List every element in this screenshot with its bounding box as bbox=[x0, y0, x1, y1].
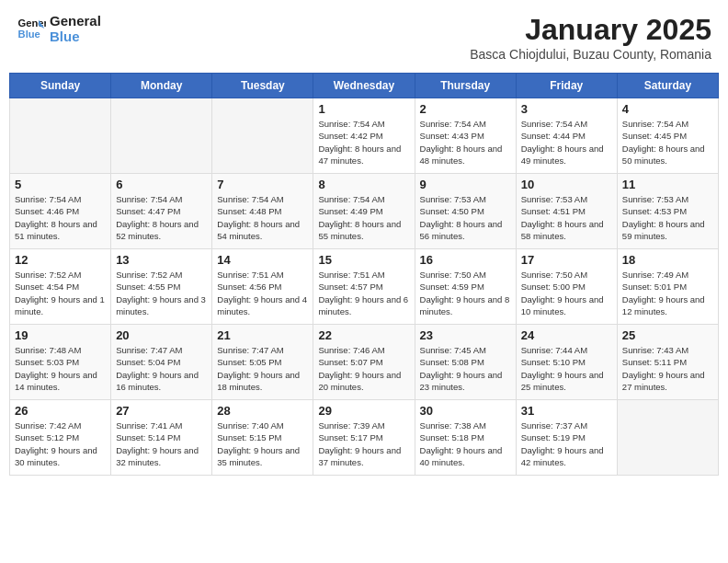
day-number: 19 bbox=[15, 328, 106, 342]
logo-icon: General Blue bbox=[17, 14, 46, 43]
day-number: 6 bbox=[116, 178, 207, 191]
calendar-cell: 11Sunrise: 7:53 AM Sunset: 4:53 PM Dayli… bbox=[617, 174, 718, 249]
calendar-cell: 5Sunrise: 7:54 AM Sunset: 4:46 PM Daylig… bbox=[10, 174, 111, 249]
calendar-table: SundayMondayTuesdayWednesdayThursdayFrid… bbox=[9, 73, 719, 476]
day-info: Sunrise: 7:54 AM Sunset: 4:43 PM Dayligh… bbox=[420, 118, 511, 167]
day-info: Sunrise: 7:47 AM Sunset: 5:05 PM Dayligh… bbox=[217, 344, 308, 393]
day-number: 13 bbox=[116, 253, 207, 267]
calendar-cell: 10Sunrise: 7:53 AM Sunset: 4:51 PM Dayli… bbox=[516, 174, 617, 249]
calendar-cell: 13Sunrise: 7:52 AM Sunset: 4:55 PM Dayli… bbox=[111, 249, 212, 325]
calendar-cell: 12Sunrise: 7:52 AM Sunset: 4:54 PM Dayli… bbox=[10, 249, 111, 325]
day-number: 16 bbox=[420, 253, 511, 267]
day-info: Sunrise: 7:42 AM Sunset: 5:12 PM Dayligh… bbox=[15, 419, 106, 468]
day-number: 24 bbox=[521, 328, 612, 342]
day-number: 25 bbox=[622, 328, 713, 342]
calendar-week-row: 5Sunrise: 7:54 AM Sunset: 4:46 PM Daylig… bbox=[10, 174, 719, 249]
weekday-header-sunday: Sunday bbox=[10, 74, 111, 98]
calendar-cell: 25Sunrise: 7:43 AM Sunset: 5:11 PM Dayli… bbox=[617, 325, 718, 400]
day-info: Sunrise: 7:39 AM Sunset: 5:17 PM Dayligh… bbox=[318, 419, 409, 468]
logo-blue: Blue bbox=[50, 29, 101, 44]
calendar-cell: 26Sunrise: 7:42 AM Sunset: 5:12 PM Dayli… bbox=[10, 400, 111, 476]
day-info: Sunrise: 7:54 AM Sunset: 4:46 PM Dayligh… bbox=[15, 193, 106, 242]
day-number: 10 bbox=[521, 178, 612, 191]
day-info: Sunrise: 7:46 AM Sunset: 5:07 PM Dayligh… bbox=[318, 344, 409, 393]
calendar-cell: 27Sunrise: 7:41 AM Sunset: 5:14 PM Dayli… bbox=[111, 400, 212, 476]
calendar-cell: 15Sunrise: 7:51 AM Sunset: 4:57 PM Dayli… bbox=[313, 249, 415, 325]
day-number: 8 bbox=[318, 178, 409, 191]
calendar-cell: 17Sunrise: 7:50 AM Sunset: 5:00 PM Dayli… bbox=[516, 249, 617, 325]
day-number: 29 bbox=[318, 404, 409, 418]
day-info: Sunrise: 7:51 AM Sunset: 4:56 PM Dayligh… bbox=[217, 269, 308, 317]
day-number: 5 bbox=[15, 178, 106, 191]
logo: General Blue General Blue bbox=[17, 13, 101, 44]
day-number: 20 bbox=[116, 328, 207, 342]
calendar-cell bbox=[111, 98, 212, 174]
day-number: 18 bbox=[622, 253, 713, 267]
calendar-cell: 8Sunrise: 7:54 AM Sunset: 4:49 PM Daylig… bbox=[313, 174, 415, 249]
day-info: Sunrise: 7:53 AM Sunset: 4:50 PM Dayligh… bbox=[420, 193, 511, 242]
day-info: Sunrise: 7:53 AM Sunset: 4:53 PM Dayligh… bbox=[622, 193, 713, 242]
day-info: Sunrise: 7:54 AM Sunset: 4:47 PM Dayligh… bbox=[116, 193, 207, 242]
calendar-cell: 3Sunrise: 7:54 AM Sunset: 4:44 PM Daylig… bbox=[516, 98, 617, 174]
day-info: Sunrise: 7:50 AM Sunset: 4:59 PM Dayligh… bbox=[420, 269, 511, 317]
calendar-cell: 4Sunrise: 7:54 AM Sunset: 4:45 PM Daylig… bbox=[617, 98, 718, 174]
calendar-week-row: 26Sunrise: 7:42 AM Sunset: 5:12 PM Dayli… bbox=[10, 400, 719, 476]
calendar-cell: 1Sunrise: 7:54 AM Sunset: 4:42 PM Daylig… bbox=[313, 98, 415, 174]
svg-text:General: General bbox=[18, 17, 46, 29]
day-info: Sunrise: 7:47 AM Sunset: 5:04 PM Dayligh… bbox=[116, 344, 207, 393]
weekday-header-wednesday: Wednesday bbox=[313, 74, 415, 98]
calendar-cell: 14Sunrise: 7:51 AM Sunset: 4:56 PM Dayli… bbox=[212, 249, 313, 325]
calendar-cell: 19Sunrise: 7:48 AM Sunset: 5:03 PM Dayli… bbox=[10, 325, 111, 400]
weekday-header-friday: Friday bbox=[516, 74, 617, 98]
day-info: Sunrise: 7:54 AM Sunset: 4:45 PM Dayligh… bbox=[622, 118, 713, 167]
calendar-cell: 23Sunrise: 7:45 AM Sunset: 5:08 PM Dayli… bbox=[415, 325, 516, 400]
day-info: Sunrise: 7:52 AM Sunset: 4:55 PM Dayligh… bbox=[116, 269, 207, 317]
logo-general: General bbox=[50, 13, 101, 29]
day-info: Sunrise: 7:40 AM Sunset: 5:15 PM Dayligh… bbox=[217, 419, 308, 468]
calendar-week-row: 1Sunrise: 7:54 AM Sunset: 4:42 PM Daylig… bbox=[10, 98, 719, 174]
calendar-cell: 21Sunrise: 7:47 AM Sunset: 5:05 PM Dayli… bbox=[212, 325, 313, 400]
calendar-cell: 6Sunrise: 7:54 AM Sunset: 4:47 PM Daylig… bbox=[111, 174, 212, 249]
calendar-cell: 9Sunrise: 7:53 AM Sunset: 4:50 PM Daylig… bbox=[415, 174, 516, 249]
calendar-cell: 24Sunrise: 7:44 AM Sunset: 5:10 PM Dayli… bbox=[516, 325, 617, 400]
day-info: Sunrise: 7:38 AM Sunset: 5:18 PM Dayligh… bbox=[420, 419, 511, 468]
day-info: Sunrise: 7:54 AM Sunset: 4:48 PM Dayligh… bbox=[217, 193, 308, 242]
day-number: 12 bbox=[15, 253, 106, 267]
day-number: 4 bbox=[622, 102, 713, 116]
day-info: Sunrise: 7:54 AM Sunset: 4:44 PM Dayligh… bbox=[521, 118, 612, 167]
calendar-cell: 29Sunrise: 7:39 AM Sunset: 5:17 PM Dayli… bbox=[313, 400, 415, 476]
day-number: 17 bbox=[521, 253, 612, 267]
calendar-cell bbox=[10, 98, 111, 174]
title-block: January 2025 Basca Chiojdului, Buzau Cou… bbox=[470, 13, 711, 62]
day-info: Sunrise: 7:49 AM Sunset: 5:01 PM Dayligh… bbox=[622, 269, 713, 317]
weekday-header-tuesday: Tuesday bbox=[212, 74, 313, 98]
day-number: 2 bbox=[420, 102, 511, 116]
calendar-cell: 7Sunrise: 7:54 AM Sunset: 4:48 PM Daylig… bbox=[212, 174, 313, 249]
day-number: 31 bbox=[521, 404, 612, 418]
day-info: Sunrise: 7:37 AM Sunset: 5:19 PM Dayligh… bbox=[521, 419, 612, 468]
calendar-cell: 2Sunrise: 7:54 AM Sunset: 4:43 PM Daylig… bbox=[415, 98, 516, 174]
day-number: 9 bbox=[420, 178, 511, 191]
day-info: Sunrise: 7:44 AM Sunset: 5:10 PM Dayligh… bbox=[521, 344, 612, 393]
weekday-header-saturday: Saturday bbox=[617, 74, 718, 98]
weekday-header-row: SundayMondayTuesdayWednesdayThursdayFrid… bbox=[10, 74, 719, 98]
calendar-week-row: 12Sunrise: 7:52 AM Sunset: 4:54 PM Dayli… bbox=[10, 249, 719, 325]
day-number: 30 bbox=[420, 404, 511, 418]
day-info: Sunrise: 7:51 AM Sunset: 4:57 PM Dayligh… bbox=[318, 269, 409, 317]
day-info: Sunrise: 7:50 AM Sunset: 5:00 PM Dayligh… bbox=[521, 269, 612, 317]
day-number: 28 bbox=[217, 404, 308, 418]
day-number: 15 bbox=[318, 253, 409, 267]
day-number: 21 bbox=[217, 328, 308, 342]
calendar-cell: 18Sunrise: 7:49 AM Sunset: 5:01 PM Dayli… bbox=[617, 249, 718, 325]
calendar-cell: 22Sunrise: 7:46 AM Sunset: 5:07 PM Dayli… bbox=[313, 325, 415, 400]
day-number: 7 bbox=[217, 178, 308, 191]
calendar-cell: 30Sunrise: 7:38 AM Sunset: 5:18 PM Dayli… bbox=[415, 400, 516, 476]
day-number: 26 bbox=[15, 404, 106, 418]
day-number: 1 bbox=[318, 102, 409, 116]
location-subtitle: Basca Chiojdului, Buzau County, Romania bbox=[470, 47, 711, 62]
day-number: 3 bbox=[521, 102, 612, 116]
day-info: Sunrise: 7:41 AM Sunset: 5:14 PM Dayligh… bbox=[116, 419, 207, 468]
day-number: 11 bbox=[622, 178, 713, 191]
day-info: Sunrise: 7:54 AM Sunset: 4:49 PM Dayligh… bbox=[318, 193, 409, 242]
calendar-cell: 28Sunrise: 7:40 AM Sunset: 5:15 PM Dayli… bbox=[212, 400, 313, 476]
